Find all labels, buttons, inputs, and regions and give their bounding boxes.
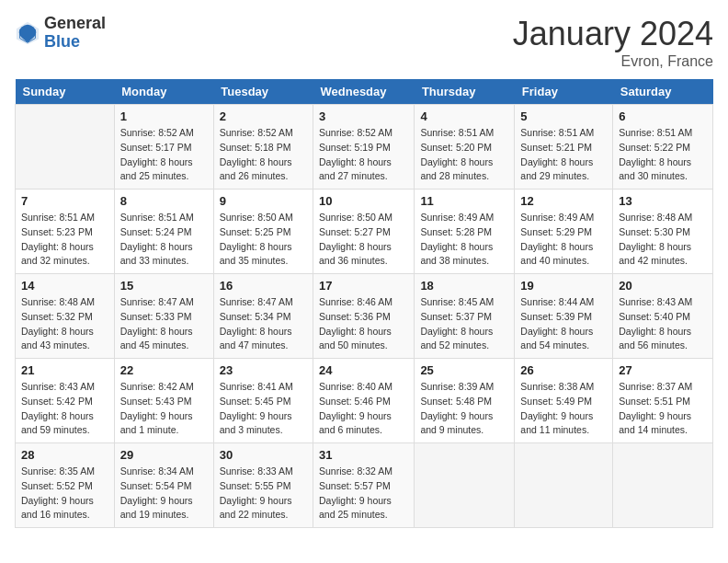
calendar-cell: 4 Sunrise: 8:51 AMSunset: 5:20 PMDayligh… <box>415 105 515 190</box>
day-number: 21 <box>21 363 108 377</box>
logo-icon <box>15 20 40 46</box>
calendar-cell: 24 Sunrise: 8:40 AMSunset: 5:46 PMDaylig… <box>313 359 415 443</box>
day-detail: Sunrise: 8:50 AMSunset: 5:25 PMDaylight:… <box>220 212 293 266</box>
day-number: 17 <box>319 279 408 293</box>
calendar-cell: 9 Sunrise: 8:50 AMSunset: 5:25 PMDayligh… <box>213 190 313 274</box>
calendar-cell <box>613 443 713 528</box>
day-number: 13 <box>619 194 707 208</box>
col-wednesday: Wednesday <box>313 79 415 105</box>
day-detail: Sunrise: 8:51 AMSunset: 5:24 PMDaylight:… <box>120 212 194 266</box>
day-detail: Sunrise: 8:48 AMSunset: 5:32 PMDaylight:… <box>21 296 95 350</box>
day-number: 26 <box>520 363 607 377</box>
day-number: 16 <box>220 279 307 293</box>
calendar-cell: 7 Sunrise: 8:51 AMSunset: 5:23 PMDayligh… <box>16 190 115 274</box>
calendar-cell: 5 Sunrise: 8:51 AMSunset: 5:21 PMDayligh… <box>515 105 613 190</box>
day-number: 15 <box>120 279 208 293</box>
day-number: 8 <box>120 194 208 208</box>
day-number: 25 <box>420 363 508 377</box>
day-number: 3 <box>319 109 408 123</box>
calendar-cell: 25 Sunrise: 8:39 AMSunset: 5:48 PMDaylig… <box>415 359 515 443</box>
col-thursday: Thursday <box>415 79 515 105</box>
day-detail: Sunrise: 8:47 AMSunset: 5:33 PMDaylight:… <box>120 296 194 350</box>
day-detail: Sunrise: 8:52 AMSunset: 5:17 PMDaylight:… <box>120 127 194 181</box>
calendar-cell: 10 Sunrise: 8:50 AMSunset: 5:27 PMDaylig… <box>313 190 415 274</box>
day-detail: Sunrise: 8:35 AMSunset: 5:52 PMDaylight:… <box>21 465 95 520</box>
day-number: 4 <box>420 109 508 123</box>
calendar-cell: 13 Sunrise: 8:48 AMSunset: 5:30 PMDaylig… <box>613 190 713 274</box>
day-detail: Sunrise: 8:46 AMSunset: 5:36 PMDaylight:… <box>319 296 392 350</box>
col-tuesday: Tuesday <box>213 79 313 105</box>
day-number: 11 <box>420 194 508 208</box>
calendar-cell: 27 Sunrise: 8:37 AMSunset: 5:51 PMDaylig… <box>613 359 713 443</box>
day-detail: Sunrise: 8:45 AMSunset: 5:37 PMDaylight:… <box>420 296 494 350</box>
calendar-table: Sunday Monday Tuesday Wednesday Thursday… <box>15 79 713 528</box>
calendar-cell: 17 Sunrise: 8:46 AMSunset: 5:36 PMDaylig… <box>313 274 415 359</box>
day-detail: Sunrise: 8:51 AMSunset: 5:23 PMDaylight:… <box>21 212 95 266</box>
calendar-week-2: 7 Sunrise: 8:51 AMSunset: 5:23 PMDayligh… <box>16 190 713 274</box>
calendar-cell: 16 Sunrise: 8:47 AMSunset: 5:34 PMDaylig… <box>213 274 313 359</box>
day-number: 7 <box>21 194 108 208</box>
calendar-cell: 28 Sunrise: 8:35 AMSunset: 5:52 PMDaylig… <box>16 443 115 528</box>
day-number: 27 <box>619 363 707 377</box>
day-number: 31 <box>319 448 408 462</box>
day-number: 12 <box>520 194 607 208</box>
day-detail: Sunrise: 8:32 AMSunset: 5:57 PMDaylight:… <box>319 465 392 520</box>
calendar-cell: 31 Sunrise: 8:32 AMSunset: 5:57 PMDaylig… <box>313 443 415 528</box>
calendar-cell: 8 Sunrise: 8:51 AMSunset: 5:24 PMDayligh… <box>114 190 213 274</box>
day-detail: Sunrise: 8:43 AMSunset: 5:40 PMDaylight:… <box>619 296 692 350</box>
logo: General Blue <box>15 15 106 52</box>
day-detail: Sunrise: 8:44 AMSunset: 5:39 PMDaylight:… <box>520 296 594 350</box>
calendar-cell: 14 Sunrise: 8:48 AMSunset: 5:32 PMDaylig… <box>16 274 115 359</box>
calendar-cell <box>515 443 613 528</box>
calendar-cell <box>16 105 115 190</box>
day-number: 10 <box>319 194 408 208</box>
day-number: 1 <box>120 109 208 123</box>
calendar-body: 1 Sunrise: 8:52 AMSunset: 5:17 PMDayligh… <box>16 105 713 528</box>
day-number: 9 <box>220 194 307 208</box>
day-detail: Sunrise: 8:47 AMSunset: 5:34 PMDaylight:… <box>220 296 293 350</box>
col-saturday: Saturday <box>613 79 713 105</box>
day-detail: Sunrise: 8:37 AMSunset: 5:51 PMDaylight:… <box>619 381 692 435</box>
calendar-cell: 22 Sunrise: 8:42 AMSunset: 5:43 PMDaylig… <box>114 359 213 443</box>
col-sunday: Sunday <box>16 79 115 105</box>
day-detail: Sunrise: 8:39 AMSunset: 5:48 PMDaylight:… <box>420 381 494 435</box>
calendar-cell <box>415 443 515 528</box>
logo-general: General <box>44 15 106 33</box>
day-number: 19 <box>520 279 607 293</box>
header-row: Sunday Monday Tuesday Wednesday Thursday… <box>16 79 713 105</box>
calendar-cell: 12 Sunrise: 8:49 AMSunset: 5:29 PMDaylig… <box>515 190 613 274</box>
calendar-week-1: 1 Sunrise: 8:52 AMSunset: 5:17 PMDayligh… <box>16 105 713 190</box>
month-title: January 2024 <box>513 15 713 53</box>
calendar-cell: 3 Sunrise: 8:52 AMSunset: 5:19 PMDayligh… <box>313 105 415 190</box>
day-detail: Sunrise: 8:48 AMSunset: 5:30 PMDaylight:… <box>619 212 692 266</box>
logo-blue: Blue <box>44 33 106 52</box>
calendar-week-4: 21 Sunrise: 8:43 AMSunset: 5:42 PMDaylig… <box>16 359 713 443</box>
calendar-cell: 19 Sunrise: 8:44 AMSunset: 5:39 PMDaylig… <box>515 274 613 359</box>
day-number: 5 <box>520 109 607 123</box>
calendar-cell: 23 Sunrise: 8:41 AMSunset: 5:45 PMDaylig… <box>213 359 313 443</box>
calendar-cell: 29 Sunrise: 8:34 AMSunset: 5:54 PMDaylig… <box>114 443 213 528</box>
day-detail: Sunrise: 8:50 AMSunset: 5:27 PMDaylight:… <box>319 212 392 266</box>
day-number: 29 <box>120 448 208 462</box>
day-number: 24 <box>319 363 408 377</box>
location-title: Evron, France <box>513 53 713 70</box>
day-number: 22 <box>120 363 208 377</box>
day-detail: Sunrise: 8:38 AMSunset: 5:49 PMDaylight:… <box>520 381 594 435</box>
calendar-cell: 2 Sunrise: 8:52 AMSunset: 5:18 PMDayligh… <box>213 105 313 190</box>
calendar-cell: 1 Sunrise: 8:52 AMSunset: 5:17 PMDayligh… <box>114 105 213 190</box>
day-number: 30 <box>220 448 307 462</box>
day-number: 28 <box>21 448 108 462</box>
day-number: 23 <box>220 363 307 377</box>
day-detail: Sunrise: 8:49 AMSunset: 5:29 PMDaylight:… <box>520 212 594 266</box>
day-detail: Sunrise: 8:43 AMSunset: 5:42 PMDaylight:… <box>21 381 95 435</box>
calendar-cell: 26 Sunrise: 8:38 AMSunset: 5:49 PMDaylig… <box>515 359 613 443</box>
day-number: 18 <box>420 279 508 293</box>
day-detail: Sunrise: 8:41 AMSunset: 5:45 PMDaylight:… <box>220 381 293 435</box>
calendar-header: Sunday Monday Tuesday Wednesday Thursday… <box>16 79 713 105</box>
calendar-cell: 30 Sunrise: 8:33 AMSunset: 5:55 PMDaylig… <box>213 443 313 528</box>
day-number: 2 <box>220 109 307 123</box>
calendar-cell: 11 Sunrise: 8:49 AMSunset: 5:28 PMDaylig… <box>415 190 515 274</box>
title-area: January 2024 Evron, France <box>513 15 713 70</box>
day-number: 6 <box>619 109 707 123</box>
header: General Blue January 2024 Evron, France <box>15 15 713 70</box>
